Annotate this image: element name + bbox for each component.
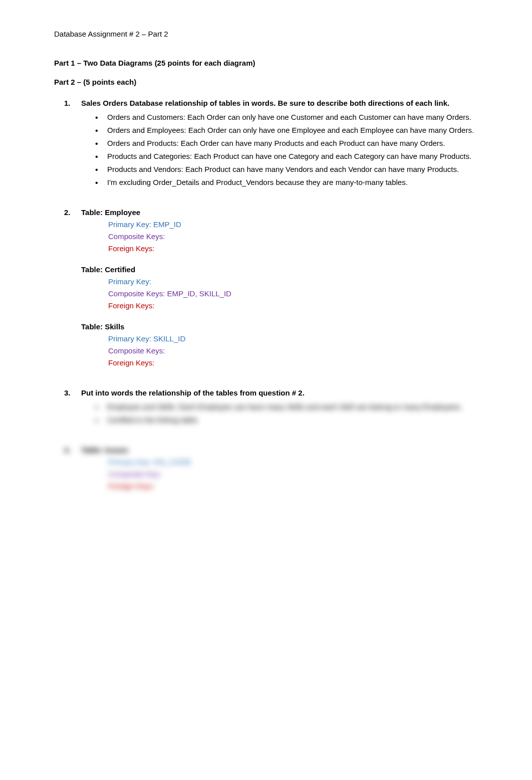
foreign-key: Foreign Keys: [108, 357, 478, 369]
composite-key: Composite Keys: EMP_ID, SKILL_ID [108, 288, 478, 300]
q2-table-skills: Table: Skills Primary Key: SKILL_ID Comp… [81, 321, 478, 369]
q1-bullet: I'm excluding Order_Details and Product_… [95, 176, 478, 188]
table-title: Table: Certified [81, 264, 478, 276]
primary-key: Primary Key: EMP_ID [108, 219, 478, 231]
question-1: 1. Sales Orders Database relationship of… [81, 97, 478, 188]
foreign-key: Foreign Keys: [108, 300, 478, 312]
q3-number: 3. [64, 387, 71, 399]
q1-bullet: Products and Vendors: Each Product can h… [95, 163, 478, 175]
part1-heading: Part 1 – Two Data Diagrams (25 points fo… [54, 57, 478, 69]
question-2: 2. Table: Employee Primary Key: EMP_ID C… [81, 207, 478, 369]
q1-number: 1. [64, 97, 71, 109]
q3-title: Put into words the relationship of the t… [81, 388, 305, 397]
q1-bullets: Orders and Customers: Each Order can onl… [95, 111, 478, 188]
q1-bullet: Orders and Products: Each Order can have… [95, 137, 478, 149]
q1-bullet: Orders and Customers: Each Order can onl… [95, 111, 478, 123]
table-title: Table: Employee [81, 207, 478, 219]
q3-bullet: Certified is the linking table. [95, 414, 478, 426]
table-title: Table: Skills [81, 321, 478, 333]
q1-bullet: Orders and Employees: Each Order can onl… [95, 124, 478, 136]
composite-key: Composite Keys: [108, 231, 478, 243]
q4-number: 4. [64, 444, 71, 456]
composite-key: Composite Keys: [108, 345, 478, 357]
q2-table-employee: Table: Employee Primary Key: EMP_ID Comp… [81, 207, 478, 255]
q3-bullets-blurred: Employee and Skills: Each Employee can h… [95, 401, 478, 426]
question-3: 3. Put into words the relationship of th… [81, 387, 478, 426]
q1-title: Sales Orders Database relationship of ta… [81, 99, 449, 107]
primary-key: Primary Key: [108, 276, 478, 288]
table-title: Table: Issues [81, 444, 478, 456]
foreign-key: Foreign Keys: [108, 243, 478, 255]
q3-bullet: Employee and Skills: Each Employee can h… [95, 401, 478, 413]
questions-list: 1. Sales Orders Database relationship of… [81, 97, 478, 492]
part2-heading: Part 2 – (5 points each) [54, 76, 478, 88]
q4-table: Table: Issues Primary Key: ISS_CODE Comp… [81, 444, 478, 492]
q2-number: 2. [64, 207, 71, 219]
q2-table-certified: Table: Certified Primary Key: Composite … [81, 264, 478, 312]
foreign-key: Foreign Keys: [108, 480, 478, 492]
primary-key: Primary Key: ISS_CODE [108, 456, 478, 468]
primary-key: Primary Key: SKILL_ID [108, 333, 478, 345]
q1-bullet: Products and Categories: Each Product ca… [95, 150, 478, 162]
composite-key: Composite Key: [108, 468, 478, 480]
question-4-blurred: 4. Table: Issues Primary Key: ISS_CODE C… [81, 444, 478, 492]
page-header: Database Assignment # 2 – Part 2 [54, 28, 478, 40]
